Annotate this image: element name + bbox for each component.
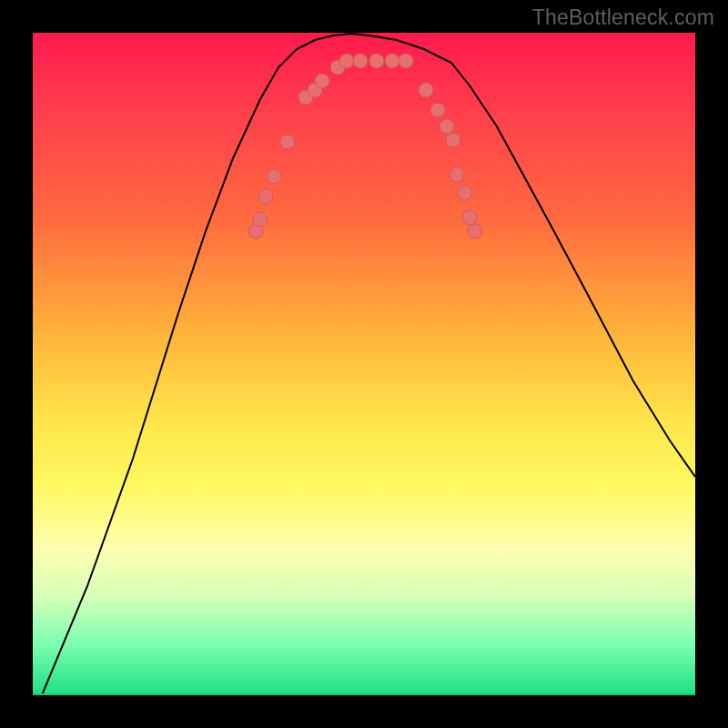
data-dot: [419, 83, 433, 97]
data-dot: [430, 103, 445, 117]
data-dots: [248, 54, 482, 238]
data-dot: [458, 186, 472, 200]
chart-frame: TheBottleneck.com: [0, 0, 728, 728]
data-dot: [353, 54, 368, 68]
chart-plot-area: [33, 33, 695, 695]
data-dot: [267, 169, 281, 184]
data-dot: [315, 74, 329, 88]
data-dot: [450, 167, 464, 182]
bottleneck-curve: [42, 34, 695, 695]
data-dot: [446, 133, 460, 147]
data-dot: [258, 189, 273, 204]
data-dot: [280, 135, 295, 149]
data-dot: [399, 54, 413, 68]
data-dot: [462, 210, 477, 225]
watermark-text: TheBottleneck.com: [532, 5, 714, 30]
data-dot: [468, 224, 482, 238]
chart-svg: [33, 33, 695, 695]
data-dot: [440, 119, 454, 134]
data-dot: [253, 212, 268, 227]
data-dot: [369, 54, 384, 68]
data-dot: [339, 54, 354, 68]
data-dot: [385, 54, 399, 68]
